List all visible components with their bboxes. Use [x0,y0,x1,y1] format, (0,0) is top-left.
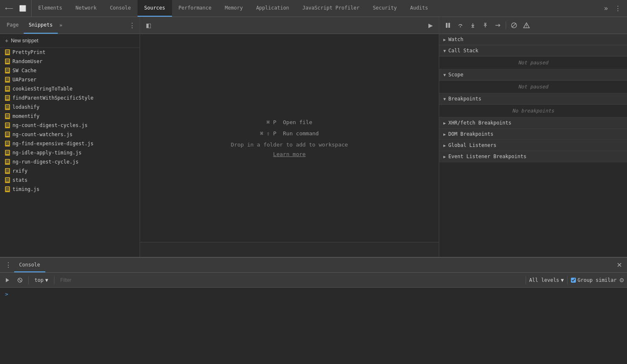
shortcut-keys-2: ⌘ ⇧ P [260,130,276,137]
deactivate-breakpoints-button[interactable] [509,20,519,30]
tab-console[interactable]: Console [103,0,138,17]
svg-rect-1 [448,23,450,28]
xhr-fetch-label: XHR/fetch Breakpoints [448,120,511,126]
shortcut-row-2: ⌘ ⇧ P Run command [260,130,319,137]
list-item[interactable]: SW Cache [0,66,140,75]
xhr-fetch-section-header[interactable]: ▶ XHR/fetch Breakpoints [439,117,627,129]
snippet-file-icon [5,86,10,92]
event-toggle-icon: ▶ [443,154,446,159]
pause-on-exceptions-button[interactable] [521,20,532,30]
console-close-button[interactable]: ✕ [614,261,625,269]
list-item[interactable]: stats [0,176,140,185]
snippet-file-icon [5,168,10,174]
scope-toggle-icon: ▼ [443,73,446,77]
sub-tabs-chevron[interactable]: » [58,22,64,28]
callstack-section-header[interactable]: ▼ Call Stack [439,45,627,56]
center-toolbar-right: ▶ [426,20,435,30]
list-item[interactable]: momentify [0,112,140,121]
group-similar-toggle[interactable]: Group similar [571,277,617,283]
breakpoints-toggle-icon: ▼ [443,97,446,101]
event-listener-breakpoints-section-header[interactable]: ▶ Event Listener Breakpoints [439,151,627,162]
dock-icon[interactable]: ⬜ [17,3,28,13]
list-item[interactable]: rxify [0,166,140,176]
list-item[interactable]: ng-find-expensive-digest.js [0,139,140,148]
levels-dropdown-icon: ▼ [561,277,564,283]
tab-memory[interactable]: Memory [218,0,249,17]
group-similar-checkbox[interactable] [571,278,576,283]
run-snippet-button[interactable]: ▶ [426,20,435,30]
console-settings-button[interactable]: ⚙ [619,277,625,283]
tab-security[interactable]: Security [366,0,403,17]
step-button[interactable] [492,20,503,30]
list-item[interactable]: RandomUser [0,57,140,66]
customize-button[interactable]: ⋮ [612,3,624,14]
console-context-select[interactable]: top ▼ [32,276,51,284]
list-item[interactable]: findParentWithSpecificStyle [0,93,140,103]
console-tab[interactable]: Console [14,258,45,272]
toggle-navigator-button[interactable]: ◧ [143,20,154,30]
list-item[interactable]: UAParser [0,75,140,84]
new-snippet-button[interactable]: + New snippet [0,34,140,48]
console-divider-2 [54,276,54,284]
clear-console-button[interactable] [15,276,25,284]
list-item[interactable]: lodashify [0,103,140,112]
snippet-file-icon [5,68,10,73]
list-item[interactable]: cookiesStringToTable [0,84,140,93]
svg-line-8 [512,23,516,27]
back-forward-icon[interactable]: ⟵ [3,3,15,13]
tab-performance[interactable]: Performance [172,0,218,17]
breakpoints-empty: No breakpoints [439,105,627,117]
right-sections: ▶ Watch ▼ Call Stack Not paused ▼ Scope … [439,34,627,257]
step-over-button[interactable] [455,20,466,30]
tab-audits[interactable]: Audits [403,0,435,17]
tab-sources[interactable]: Sources [138,0,172,17]
step-into-button[interactable] [467,20,478,30]
tab-javascript-profiler[interactable]: JavaScript Profiler [296,0,366,17]
list-item[interactable]: ng-run-digest-cycle.js [0,157,140,166]
learn-more-link[interactable]: Learn more [273,151,305,157]
console-content: > [0,288,627,364]
svg-point-11 [526,27,527,27]
list-item[interactable]: timing.js [0,185,140,194]
list-item[interactable]: ng-idle-apply-timing.js [0,148,140,157]
execute-button[interactable] [2,276,12,284]
global-listeners-section-header[interactable]: ▶ Global Listeners [439,140,627,151]
console-divider [28,276,29,284]
list-item[interactable]: ng-count-watchers.js [0,130,140,139]
snippet-file-icon [5,59,10,64]
breakpoints-section-header[interactable]: ▼ Breakpoints [439,93,627,105]
pause-resume-button[interactable] [443,20,453,30]
scope-section-header[interactable]: ▼ Scope [439,69,627,81]
tab-application[interactable]: Application [249,0,295,17]
list-item[interactable]: PrettyPrint [0,48,140,57]
sub-tabs-more-button[interactable]: ⋮ [126,22,138,29]
console-levels-dropdown[interactable]: All levels ▼ [529,277,564,283]
console-filter-input[interactable] [58,276,522,284]
shortcut-action-2: Run command [283,130,319,137]
nav-icons: ⟵ ⬜ [0,0,32,17]
list-item[interactable]: ng-count-digest-cycles.js [0,121,140,130]
snippet-file-icon [5,95,10,101]
console-input[interactable] [12,291,622,297]
shortcut-keys-1: ⌘ P [267,119,276,125]
console-drawer-dots[interactable]: ⋮ [2,261,14,269]
console-divider-4 [567,276,568,284]
more-tabs-button[interactable]: » [602,3,610,14]
shortcut-action-1: Open file [283,119,312,125]
snippet-file-icon [5,104,10,110]
watch-toggle-icon: ▶ [443,37,446,42]
tab-elements[interactable]: Elements [32,0,69,17]
sub-tab-page[interactable]: Page [2,17,24,34]
sub-tab-snippets[interactable]: Snippets [24,17,58,34]
snippet-file-icon [5,150,10,156]
console-toolbar: top ▼ All levels ▼ Group similar ⚙ [0,273,627,288]
watch-section-header[interactable]: ▶ Watch [439,34,627,45]
dom-breakpoints-section-header[interactable]: ▶ DOM Breakpoints [439,129,627,140]
tab-network[interactable]: Network [69,0,103,17]
step-out-button[interactable] [480,20,491,30]
console-panel: ⋮ Console ✕ top ▼ All levels ▼ [0,257,627,364]
sub-tabs: Page Snippets » ⋮ [0,17,140,34]
event-listener-breakpoints-label: Event Listener Breakpoints [448,154,526,159]
snippet-file-icon [5,186,10,192]
editor-area: ⌘ P Open file ⌘ ⇧ P Run command Drop in … [140,34,439,242]
